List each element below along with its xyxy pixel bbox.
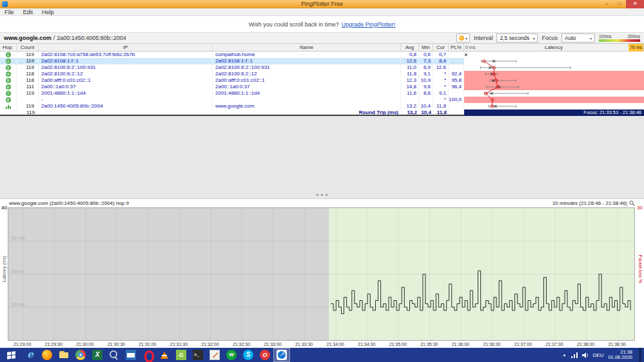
latency-cell <box>464 52 644 58</box>
hop-badge: 3 <box>6 65 11 70</box>
cell-ip: 2a02:8108:1:f::1 <box>39 58 213 64</box>
cell-name: 2a02:8100:6:2::12 <box>213 71 401 77</box>
latency-cell <box>464 71 644 77</box>
splitter[interactable] <box>0 192 644 197</box>
desktop: PingPlotter Free – □ ✕ FileEditHelp Wish… <box>0 0 644 362</box>
hop-badge: 8 <box>6 97 11 102</box>
magnifier-icon[interactable] <box>629 200 635 206</box>
x-axis-label: 21:38:30 <box>608 342 625 347</box>
taskbar-icon-greenshot[interactable] <box>173 348 190 362</box>
x-axis-label: 21:34:30 <box>358 342 375 347</box>
cell-cur: 0,7 <box>433 52 449 58</box>
taskbar-icon-mail[interactable] <box>122 348 139 362</box>
table-row[interactable]: 8 - * 100,0 <box>0 97 644 103</box>
roundtrip-cur: 11,8 <box>433 110 449 116</box>
cell-pl: 95,8 <box>449 77 464 84</box>
roundtrip-count: 119 <box>17 110 39 116</box>
col-name[interactable]: Name <box>213 44 401 52</box>
focus-select[interactable]: Auto ▾ <box>561 33 595 43</box>
internet-explorer-icon <box>25 350 35 360</box>
taskbar-icon-paint[interactable] <box>206 348 223 362</box>
table-row[interactable]: 3 119 2a02:8100:6:2::100:931 2a02:8100:6… <box>0 64 644 71</box>
packetloss-axis-title: Packet loss % <box>638 250 643 289</box>
taskbar-icon-search[interactable] <box>106 348 122 362</box>
opera-red-icon <box>260 350 270 360</box>
taskbar-icon-firefox[interactable] <box>39 348 55 362</box>
cell-ip: 2a02:8108:7c0:a758:de53:7cff:fe6c:2b7b <box>39 52 213 58</box>
col-count[interactable]: Count <box>17 44 39 52</box>
cell-cur: * <box>433 97 449 103</box>
x-axis-label: 21:36:30 <box>483 342 500 347</box>
close-button[interactable]: ✕ <box>626 0 644 8</box>
cell-name: compalhub.home <box>213 52 401 58</box>
menu-help[interactable]: Help <box>37 8 59 16</box>
start-button[interactable] <box>0 348 22 362</box>
latency-cell <box>464 97 644 103</box>
roundtrip-label: Round Trip (ms) <box>213 110 401 116</box>
table-row[interactable]: 119 2a00:1450:4005:80b::2004 www.google.… <box>0 103 644 110</box>
col-hop[interactable]: Hop <box>0 44 17 52</box>
packetloss-axis-max: 30 <box>637 205 643 211</box>
taskbar-icon-excel[interactable] <box>89 348 106 362</box>
table-row[interactable]: 7 119 2001:4860:1:1::1d4 2001:4860:1:1::… <box>0 90 644 97</box>
cell-count: 119 <box>17 58 39 64</box>
cell-cur: 11,8 <box>433 103 449 110</box>
x-axis-label: 21:38:00 <box>577 342 594 347</box>
col-cur[interactable]: Cur <box>433 44 449 52</box>
cell-count: 119 <box>17 103 39 110</box>
taskbar-icon-opera-red[interactable] <box>257 348 273 362</box>
latency-gradient <box>599 39 640 42</box>
taskbar-icon-file-explorer[interactable] <box>55 348 72 362</box>
file-explorer-icon <box>59 350 69 360</box>
cell-avg: 11,0 <box>401 64 419 71</box>
taskbar-icon-webex[interactable] <box>223 348 240 362</box>
target-bar: www.google.com / 2a00:1450:4005:80b::200… <box>0 32 644 44</box>
hop-badge: 5 <box>6 78 11 83</box>
target-separator: / <box>54 35 55 41</box>
col-min[interactable]: Min <box>419 44 433 52</box>
cell-pl: 92,4 <box>449 71 464 77</box>
cell-avg <box>401 97 419 103</box>
menu-file[interactable]: File <box>0 8 19 16</box>
col-ip[interactable]: IP <box>39 44 213 52</box>
table-row[interactable]: 5 118 2a00:afff:0:c01:c02::1 2a00:afff:0… <box>0 77 644 84</box>
chevron-down-icon: ▾ <box>465 36 467 41</box>
cell-min: 8,6 <box>419 90 433 97</box>
interval-select[interactable]: 2,5 seconds ▾ <box>496 33 538 43</box>
clock[interactable]: 21:38 01.06.2020 <box>608 350 632 360</box>
pause-resume-button[interactable]: ▾ <box>456 33 470 43</box>
timeline-plot[interactable]: 10 ms20 ms30 ms <box>8 207 635 341</box>
chevron-up-icon[interactable]: ▲ <box>563 353 567 357</box>
taskbar-icon-vlc[interactable] <box>156 348 173 362</box>
maximize-button[interactable]: □ <box>613 0 626 8</box>
taskbar-icon-opera[interactable] <box>139 348 156 362</box>
taskbar-icon-internet-explorer[interactable] <box>22 348 39 362</box>
col-avg[interactable]: Avg <box>401 44 419 52</box>
taskbar-icon-pingplotter[interactable] <box>273 348 290 362</box>
x-axis-label: 21:31:00 <box>139 342 156 347</box>
table-row[interactable]: 4 118 2a02:8100:6:2::12 2a02:8100:6:2::1… <box>0 71 644 77</box>
cell-cur: * <box>433 71 449 77</box>
search-icon <box>109 350 119 360</box>
table-row[interactable]: 6 111 2a00::1a0:0:37 2a00::1a0:0:37 14,8… <box>0 84 644 90</box>
taskbar-icon-cmd[interactable] <box>190 348 206 362</box>
minimize-button[interactable]: – <box>600 0 613 8</box>
taskbar-icon-skype[interactable] <box>240 348 257 362</box>
network-icon[interactable] <box>571 352 578 358</box>
taskbar-icon-chrome[interactable] <box>72 348 89 362</box>
table-row[interactable]: 1 119 2a02:8108:7c0:a758:de53:7cff:fe6c:… <box>0 52 644 58</box>
pingplotter-icon <box>277 350 287 360</box>
x-axis-label: 21:30:30 <box>108 342 125 347</box>
col-pl[interactable]: PL% <box>449 44 464 52</box>
menu-edit[interactable]: Edit <box>19 8 38 16</box>
cell-cur: * <box>433 84 449 90</box>
language-indicator[interactable]: DEU <box>593 352 604 358</box>
cell-name: 2001:4860:1:1::1d4 <box>213 90 401 97</box>
upgrade-link[interactable]: Upgrade PingPlotter! <box>342 21 396 28</box>
show-desktop-button[interactable] <box>639 348 641 362</box>
volume-icon[interactable] <box>582 352 589 358</box>
cell-count: 118 <box>17 71 39 77</box>
cell-pl <box>449 52 464 58</box>
table-row[interactable]: 2 119 2a02:8108:1:f::1 2a02:8108:1:f::1 … <box>0 58 644 64</box>
col-latency[interactable]: 0 ms Latency 76 ms <box>464 44 644 52</box>
